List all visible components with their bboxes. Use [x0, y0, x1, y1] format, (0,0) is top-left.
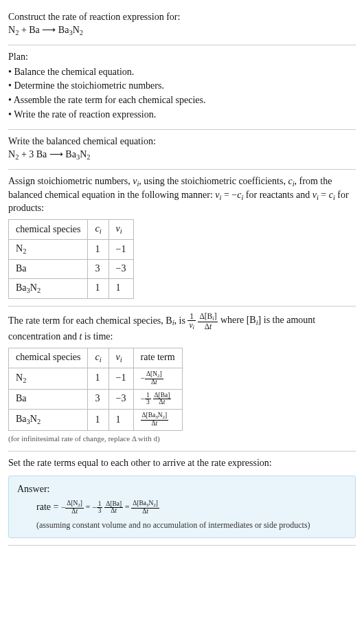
plan-item: Determine the stoichiometric numbers.	[8, 79, 356, 93]
intro-section: Construct the rate of reaction expressio…	[8, 5, 356, 45]
cell-rate: Δ[Ba3N2]Δt	[133, 410, 182, 431]
rate-expr: −Δ[N2]Δt = −13 Δ[Ba]Δt = Δ[Ba3N2]Δt	[61, 503, 159, 511]
rate-expression: rate = −Δ[N2]Δt = −13 Δ[Ba]Δt = Δ[Ba3N2]…	[36, 500, 347, 515]
table-header-row: chemical species ci νi	[9, 220, 134, 240]
final-section: Set the rate terms equal to each other t…	[8, 452, 356, 546]
table-row: Ba 3 −3	[9, 259, 134, 278]
balanced-equation: N2 + 3 Ba ⟶ Ba3N2	[8, 148, 356, 162]
stoich-table: chemical species ci νi N2 1 −1 Ba 3 −3 B…	[8, 219, 134, 298]
rateterms-section: The rate term for each chemical species,…	[8, 307, 356, 452]
plan-item: Balance the chemical equation.	[8, 65, 356, 80]
col-rate: rate term	[133, 348, 182, 368]
col-species: chemical species	[9, 348, 88, 368]
rateterms-text-pre: The rate term for each chemical species,…	[8, 315, 172, 325]
cell-vi: 1	[109, 410, 133, 431]
col-ci: ci	[88, 220, 109, 240]
cell-rate: −Δ[N2]Δt	[133, 368, 182, 389]
stoich-text: Assign stoichiometric numbers, νi, using…	[8, 175, 356, 215]
table-header-row: chemical species ci νi rate term	[9, 348, 183, 368]
col-species: chemical species	[9, 220, 88, 240]
cell-species: Ba	[9, 259, 88, 278]
balanced-section: Write the balanced chemical equation: N2…	[8, 130, 356, 170]
rateterms-footnote: (for infinitesimal rate of change, repla…	[8, 434, 356, 444]
cell-ci: 1	[88, 240, 109, 260]
table-row: N2 1 −1 −Δ[N2]Δt	[9, 368, 183, 389]
table-row: N2 1 −1	[9, 240, 134, 260]
cell-ci: 3	[88, 259, 109, 278]
stoich-section: Assign stoichiometric numbers, νi, using…	[8, 170, 356, 307]
intro-equation: N2 + Ba ⟶ Ba3N2	[8, 24, 356, 38]
table-row: Ba3N2 1 1 Δ[Ba3N2]Δt	[9, 410, 183, 431]
col-ci: ci	[88, 348, 109, 368]
cell-species: Ba3N2	[9, 410, 88, 431]
cell-rate: −13 Δ[Ba]Δt	[133, 389, 182, 410]
cell-ci: 1	[88, 278, 109, 298]
plan-list: Balance the chemical equation. Determine…	[8, 65, 356, 123]
cell-ci: 1	[88, 368, 109, 389]
answer-note: (assuming constant volume and no accumul…	[36, 520, 347, 531]
cell-vi: 1	[109, 278, 133, 298]
cell-vi: −3	[109, 259, 133, 278]
cell-species: N2	[9, 368, 88, 389]
answer-label: Answer:	[17, 483, 347, 496]
cell-ci: 1	[88, 410, 109, 431]
plan-item: Assemble the rate term for each chemical…	[8, 93, 356, 108]
intro-title: Construct the rate of reaction expressio…	[8, 11, 356, 24]
plan-title: Plan:	[8, 51, 356, 64]
table-row: Ba 3 −3 −13 Δ[Ba]Δt	[9, 389, 183, 410]
balanced-title: Write the balanced chemical equation:	[8, 135, 356, 148]
cell-vi: −1	[109, 368, 133, 389]
rate-label: rate =	[36, 502, 61, 512]
cell-ci: 3	[88, 389, 109, 410]
final-title: Set the rate terms equal to each other t…	[8, 457, 356, 470]
col-vi: νi	[109, 348, 133, 368]
cell-species: Ba	[9, 389, 88, 410]
cell-species: Ba3N2	[9, 278, 88, 298]
cell-vi: −3	[109, 389, 133, 410]
rateterms-text: The rate term for each chemical species,…	[8, 312, 356, 344]
answer-box: Answer: rate = −Δ[N2]Δt = −13 Δ[Ba]Δt = …	[8, 476, 356, 538]
rateterms-table: chemical species ci νi rate term N2 1 −1…	[8, 348, 183, 432]
generic-rate-term: 1νi Δ[Bi]Δt	[187, 315, 220, 325]
table-row: Ba3N2 1 1	[9, 278, 134, 298]
rateterms-text-mid: , is	[174, 315, 188, 325]
col-vi: νi	[109, 220, 133, 240]
cell-species: N2	[9, 240, 88, 260]
cell-vi: −1	[109, 240, 133, 260]
plan-item: Write the rate of reaction expression.	[8, 108, 356, 122]
plan-section: Plan: Balance the chemical equation. Det…	[8, 45, 356, 130]
